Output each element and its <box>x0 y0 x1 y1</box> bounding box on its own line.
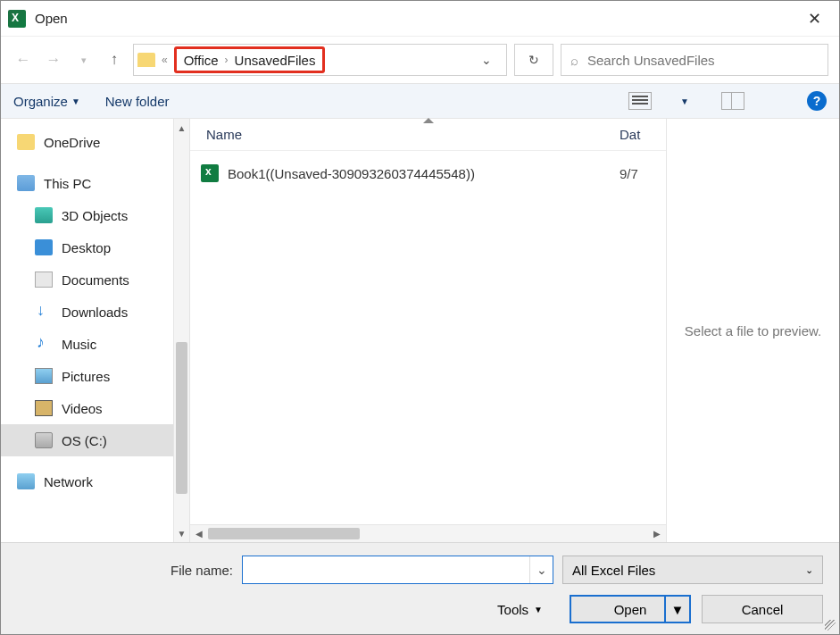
scrollbar-thumb[interactable] <box>176 342 187 494</box>
nav-recent-dropdown[interactable]: ▾ <box>72 48 96 71</box>
folder-icon <box>17 134 35 150</box>
close-icon[interactable]: ✕ <box>796 1 832 37</box>
file-row[interactable]: Book1((Unsaved-309093260374445548))9/7 <box>201 158 655 188</box>
drive-icon <box>35 432 53 448</box>
music-icon <box>35 336 53 352</box>
scroll-down-icon[interactable]: ▼ <box>174 524 189 542</box>
sidebar-item-label: Music <box>62 337 96 352</box>
preview-pane-button[interactable] <box>721 92 744 110</box>
pic-icon <box>35 368 53 384</box>
sidebar-item-label: This PC <box>44 176 91 191</box>
sidebar-item-music[interactable]: Music <box>1 328 189 360</box>
organize-button[interactable]: Organize ▼ <box>13 94 80 109</box>
folder-icon <box>137 53 155 67</box>
nav-back-button: ← <box>12 48 35 71</box>
chevron-down-icon: ▼ <box>534 605 543 614</box>
open-button-label: Open <box>614 602 647 617</box>
sidebar-item-label: Pictures <box>62 369 110 384</box>
open-button[interactable]: Open ▼ <box>570 595 691 623</box>
sidebar-item-label: Desktop <box>62 240 111 255</box>
vid-icon <box>35 400 53 416</box>
sidebar-item-onedrive[interactable]: OneDrive <box>1 126 189 158</box>
file-list: Book1((Unsaved-309093260374445548))9/7 <box>190 151 666 524</box>
sort-ascending-icon <box>423 118 434 123</box>
file-date: 9/7 <box>620 166 655 181</box>
chevron-down-icon: ⌄ <box>805 564 813 576</box>
nav-up-button[interactable]: ↑ <box>103 48 126 71</box>
sidebar-item-label: Documents <box>62 272 129 288</box>
view-mode-button[interactable] <box>628 92 652 110</box>
toolbar: Organize ▼ New folder ▼ ? <box>1 83 839 119</box>
net-icon <box>17 473 35 489</box>
dl-icon <box>35 304 53 320</box>
titlebar: Open ✕ <box>1 1 839 37</box>
footer-panel: File name: ⌄ All Excel Files ⌄ Tools ▼ O… <box>1 542 839 634</box>
desk-icon <box>35 239 53 255</box>
cancel-button[interactable]: Cancel <box>702 595 823 623</box>
window-title: Open <box>35 11 68 26</box>
breadcrumb-highlighted: Office › UnsavedFiles <box>174 46 326 73</box>
address-dropdown[interactable]: ⌄ <box>470 45 503 75</box>
organize-label: Organize <box>13 94 68 109</box>
sidebar-item-downloads[interactable]: Downloads <box>1 296 189 328</box>
excel-app-icon <box>8 10 26 28</box>
nav-forward-button: → <box>42 48 65 71</box>
preview-placeholder: Select a file to preview. <box>685 323 821 338</box>
cancel-button-label: Cancel <box>742 602 784 617</box>
docs-icon <box>35 272 53 288</box>
view-mode-dropdown[interactable]: ▼ <box>680 96 689 106</box>
sidebar-item-network[interactable]: Network <box>1 465 189 497</box>
sidebar-scrollbar[interactable]: ▲ ▼ <box>173 119 189 542</box>
chevron-down-icon: ▼ <box>71 96 80 106</box>
scroll-left-icon[interactable]: ◀ <box>190 525 208 542</box>
search-icon: ⌕ <box>570 53 578 68</box>
column-header-name[interactable]: Name <box>201 127 620 142</box>
filename-dropdown[interactable]: ⌄ <box>529 556 553 583</box>
address-row: ← → ▾ ↑ « Office › UnsavedFiles ⌄ ↻ ⌕ <box>1 37 839 83</box>
column-header-date[interactable]: Dat <box>620 127 655 142</box>
sidebar-item-label: Network <box>44 474 93 489</box>
resize-grip[interactable] <box>825 620 836 631</box>
sidebar-item-label: Downloads <box>62 305 128 320</box>
sidebar-item-videos[interactable]: Videos <box>1 392 189 424</box>
sidebar-item-desktop[interactable]: Desktop <box>1 231 189 263</box>
filename-input[interactable] <box>243 563 529 578</box>
sidebar-item-label: OS (C:) <box>62 433 107 448</box>
navigation-pane: OneDriveThis PC3D ObjectsDesktopDocument… <box>1 119 190 542</box>
sidebar-item-label: Videos <box>62 401 103 416</box>
horizontal-scrollbar[interactable]: ◀ ▶ <box>190 524 666 542</box>
breadcrumb-unsavedfiles[interactable]: UnsavedFiles <box>231 51 320 70</box>
breadcrumb-office[interactable]: Office <box>180 51 222 70</box>
sidebar-item-this-pc[interactable]: This PC <box>1 167 189 199</box>
address-bar[interactable]: « Office › UnsavedFiles ⌄ <box>133 44 507 76</box>
search-box[interactable]: ⌕ <box>561 44 828 76</box>
filename-combobox[interactable]: ⌄ <box>242 556 553 584</box>
3d-icon <box>35 207 53 223</box>
breadcrumb-prefix: « <box>159 54 170 66</box>
hscroll-thumb[interactable] <box>208 528 360 539</box>
chevron-right-icon: › <box>222 54 231 66</box>
scroll-up-icon[interactable]: ▲ <box>174 119 189 137</box>
help-button[interactable]: ? <box>807 91 827 111</box>
sidebar-item-documents[interactable]: Documents <box>1 263 189 296</box>
tools-label: Tools <box>497 602 528 617</box>
column-headers: Name Dat <box>190 119 666 151</box>
sidebar-item-label: OneDrive <box>44 135 100 150</box>
open-split-dropdown[interactable]: ▼ <box>664 597 689 622</box>
search-input[interactable] <box>587 53 819 68</box>
refresh-button[interactable]: ↻ <box>514 44 553 76</box>
file-name: Book1((Unsaved-309093260374445548)) <box>228 166 611 181</box>
sidebar-item-pictures[interactable]: Pictures <box>1 360 189 392</box>
pc-icon <box>17 175 35 191</box>
scroll-right-icon[interactable]: ▶ <box>648 525 666 542</box>
filename-label: File name: <box>17 563 233 578</box>
sidebar-item-os-c-[interactable]: OS (C:) <box>1 424 189 456</box>
sidebar-item-3d-objects[interactable]: 3D Objects <box>1 199 189 231</box>
tools-menu[interactable]: Tools ▼ <box>497 602 543 617</box>
new-folder-button[interactable]: New folder <box>105 94 170 109</box>
file-list-pane: Name Dat Book1((Unsaved-3090932603744455… <box>190 119 666 542</box>
filetype-filter[interactable]: All Excel Files ⌄ <box>562 556 823 584</box>
sidebar-item-label: 3D Objects <box>62 208 128 223</box>
filetype-filter-label: All Excel Files <box>572 563 655 578</box>
excel-file-icon <box>201 164 219 182</box>
